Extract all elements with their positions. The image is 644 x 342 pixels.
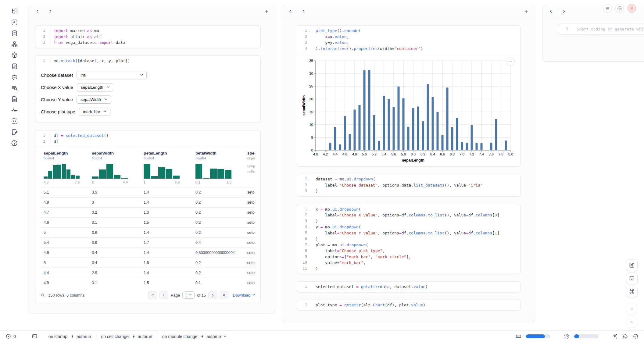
terminal-icon[interactable] bbox=[32, 333, 38, 339]
tracing-icon[interactable] bbox=[11, 107, 18, 114]
error-count-button[interactable]: 0 bbox=[5, 333, 16, 339]
first-page-button[interactable] bbox=[148, 291, 157, 299]
fold-chevron-icon[interactable]: ⌄ bbox=[307, 242, 311, 248]
column-header-petalWidth[interactable]: petalWidthfloat640.12.5 bbox=[195, 147, 247, 187]
close-icon[interactable] bbox=[628, 4, 636, 12]
fold-chevron-icon[interactable]: ⌄ bbox=[307, 206, 311, 212]
marimo-app: 1import marimo as mo2import altair as al… bbox=[0, 0, 644, 342]
stop-icon[interactable] bbox=[626, 303, 638, 315]
add-cell-icon[interactable] bbox=[264, 9, 269, 14]
code-editor[interactable]: 1df = selected_dataset()2df bbox=[35, 130, 260, 147]
code-text: label="Choose plot type", bbox=[312, 248, 517, 254]
svg-text:4.8: 4.8 bbox=[352, 152, 357, 156]
packages-icon[interactable] bbox=[11, 52, 18, 59]
sparkles-icon[interactable] bbox=[612, 333, 618, 339]
chevron-right-icon[interactable] bbox=[561, 9, 566, 14]
run-icon[interactable] bbox=[626, 316, 638, 328]
chevron-right-icon[interactable] bbox=[301, 9, 306, 14]
code-cell[interactable]: 1⌄x = mo.ui.dropdown(2 label="Choose X v… bbox=[297, 204, 521, 274]
choose-dataset-select[interactable]: iris bbox=[77, 71, 147, 79]
column-header-petalLength[interactable]: petalLengthfloat6416.9 bbox=[144, 147, 195, 187]
fold-chevron-icon[interactable]: ⌄ bbox=[307, 28, 311, 34]
layout-icon[interactable] bbox=[626, 273, 638, 284]
gear-icon[interactable] bbox=[615, 4, 624, 12]
fold-spacer bbox=[307, 188, 311, 194]
chart-actions-menu-icon[interactable]: ⋯ bbox=[506, 57, 515, 66]
fold-spacer bbox=[45, 34, 49, 40]
svg-text:5.6: 5.6 bbox=[391, 152, 396, 156]
table-scroll-area[interactable]: sepalLengthfloat644.37.9sepalWidthfloat6… bbox=[40, 147, 255, 288]
table-cell: 0.2 bbox=[195, 261, 247, 265]
file-explorer-icon[interactable] bbox=[11, 8, 18, 15]
helper-functions-icon[interactable] bbox=[11, 19, 18, 26]
fold-chevron-icon[interactable]: ⌄ bbox=[307, 224, 311, 230]
code-line: 1import marimo as mo bbox=[38, 28, 257, 34]
generate-link[interactable]: generate bbox=[615, 27, 634, 31]
column-2-cells: 1⌄plot_type().encode(2 x=x.value,3 y=y.v… bbox=[282, 17, 535, 310]
line-number: 1 bbox=[300, 176, 307, 182]
choose-plot-type-select[interactable]: mark_bar bbox=[79, 108, 110, 116]
code-editor[interactable]: 1mo.vstack([dataset, x, y, plot]) bbox=[35, 56, 260, 66]
download-button[interactable]: Download bbox=[233, 293, 256, 297]
code-editor[interactable]: 1⌄x = mo.ui.dropdown(2 label="Choose X v… bbox=[297, 204, 520, 274]
vega-bar-chart[interactable]: 4.04.24.44.64.85.05.25.45.65.86.06.26.46… bbox=[302, 57, 515, 164]
empty-code-cell[interactable]: 1 Start coding or generate with bbox=[558, 24, 644, 35]
data-sources-icon[interactable] bbox=[11, 30, 18, 37]
choose-y-value-select[interactable]: sepalWidth bbox=[77, 95, 111, 104]
keyboard-shortcuts-icon[interactable] bbox=[626, 286, 638, 297]
table-cell: 1.5 bbox=[144, 261, 195, 265]
add-cell-icon[interactable] bbox=[524, 9, 529, 14]
code-editor[interactable]: 1⌄dataset = mo.ui.dropdown(2 label="Choo… bbox=[297, 174, 520, 196]
svg-text:25: 25 bbox=[309, 84, 313, 88]
menu-icon[interactable] bbox=[603, 4, 612, 12]
chevron-left-icon[interactable] bbox=[35, 9, 40, 14]
table-footer: 150 rows, 5 columnsPage1of 15Download bbox=[40, 288, 256, 303]
code-cell[interactable]: 1df = selected_dataset()2dfsepalLengthfl… bbox=[35, 130, 261, 303]
scratchpad-icon[interactable] bbox=[11, 129, 18, 136]
outline-icon[interactable] bbox=[11, 63, 18, 70]
code-editor[interactable]: 1plot_type = getattr(alt.Chart(df), plot… bbox=[297, 300, 520, 310]
line-number: 5 bbox=[300, 230, 307, 236]
logs-icon[interactable] bbox=[11, 85, 18, 92]
search-icon[interactable] bbox=[40, 293, 45, 297]
code-cell[interactable]: 1⌄plot_type().encode(2 x=x.value,3 y=y.v… bbox=[297, 25, 521, 166]
code-cell[interactable]: 1selected_dataset = getattr(data, datase… bbox=[297, 281, 521, 292]
column-header-sepalLength[interactable]: sepalLengthfloat644.37.9 bbox=[44, 147, 92, 187]
dependency-graph-icon[interactable] bbox=[11, 41, 18, 48]
fold-spacer bbox=[307, 260, 311, 266]
assistant-bot-icon[interactable] bbox=[622, 333, 628, 339]
table-row: 4.42.91.40.2setosa bbox=[40, 268, 255, 278]
on-cell-change-setting[interactable]: on cell change: autorun bbox=[101, 334, 152, 339]
fold-chevron-icon[interactable]: ⌄ bbox=[307, 176, 311, 182]
ai-chat-icon[interactable] bbox=[11, 74, 18, 81]
connection-status-icon[interactable] bbox=[633, 333, 639, 339]
code-cell[interactable]: 1import marimo as mo2import altair as al… bbox=[35, 25, 261, 48]
column-header-sepalWidth[interactable]: sepalWidthfloat6424.4 bbox=[92, 147, 144, 187]
code-editor[interactable]: 1⌄plot_type().encode(2 x=x.value,3 y=y.v… bbox=[297, 26, 520, 54]
save-icon[interactable] bbox=[626, 259, 638, 271]
code-cell[interactable]: 1mo.vstack([dataset, x, y, plot])Choose … bbox=[35, 55, 261, 123]
last-page-button[interactable] bbox=[220, 291, 228, 299]
column-header-species[interactable]: speciesobjectunique:nulls: bbox=[247, 147, 255, 187]
chevron-left-icon[interactable] bbox=[288, 9, 293, 14]
chevron-right-icon[interactable] bbox=[48, 9, 53, 14]
previous-page-button[interactable] bbox=[159, 291, 168, 299]
page-select[interactable]: 1 bbox=[182, 291, 195, 299]
column-name: sepalLength bbox=[44, 151, 92, 155]
choose-x-value-select[interactable]: sepalLength bbox=[77, 83, 113, 91]
fold-spacer bbox=[307, 230, 311, 236]
snippets-icon[interactable] bbox=[11, 118, 18, 125]
code-editor[interactable]: 1selected_dataset = getattr(data, datase… bbox=[297, 282, 520, 292]
chevron-left-icon[interactable] bbox=[549, 9, 553, 14]
on-startup-setting[interactable]: on startup: autorun bbox=[48, 334, 91, 339]
on-module-change-setting[interactable]: on module change: autorun bbox=[162, 334, 227, 339]
next-page-button[interactable] bbox=[208, 291, 217, 299]
code-cell[interactable]: 1⌄dataset = mo.ui.dropdown(2 label="Choo… bbox=[297, 174, 521, 197]
help-icon[interactable] bbox=[11, 140, 18, 147]
table-cell: 1.5 bbox=[144, 220, 195, 225]
documentation-icon[interactable] bbox=[11, 96, 18, 103]
code-placeholder[interactable]: Start coding or generate with bbox=[573, 26, 644, 32]
code-editor[interactable]: 1import marimo as mo2import altair as al… bbox=[35, 26, 260, 48]
table-cell: setosa bbox=[247, 261, 255, 265]
code-cell[interactable]: 1plot_type = getattr(alt.Chart(df), plot… bbox=[297, 300, 521, 311]
